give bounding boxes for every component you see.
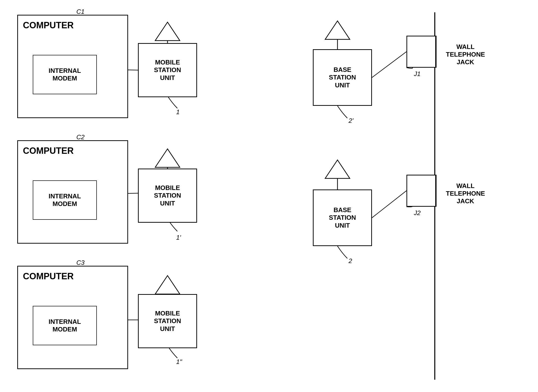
modem-c1: INTERNALMODEM	[33, 55, 97, 94]
diagram: COMPUTER INTERNALMODEM C1 MOBILESTATIONU…	[0, 0, 538, 392]
wall-jack-2-label: WALLTELEPHONEJACK	[446, 182, 485, 205]
computer-c1-label: COMPUTER	[23, 20, 74, 31]
jack-j1	[406, 36, 436, 68]
svg-marker-1	[155, 22, 180, 41]
mobile-station-1: MOBILESTATIONUNIT	[138, 43, 197, 97]
computer-c2-label: COMPUTER	[23, 145, 74, 156]
base-station-2: BASESTATIONUNIT	[313, 189, 372, 246]
modem-c3: INTERNALMODEM	[33, 306, 97, 345]
computer-c2: COMPUTER INTERNALMODEM	[17, 140, 128, 244]
svg-marker-3	[155, 149, 180, 167]
label-c2: C2	[76, 133, 84, 141]
svg-marker-7	[325, 21, 350, 39]
base-station-2p: BASESTATIONUNIT	[313, 49, 372, 106]
computer-c3: COMPUTER INTERNALMODEM	[17, 266, 128, 369]
svg-marker-9	[325, 160, 350, 178]
label-1: 1	[176, 108, 180, 116]
label-c3: C3	[76, 259, 84, 267]
svg-marker-5	[155, 276, 180, 294]
mobile-station-1pp: MOBILESTATIONUNIT	[138, 294, 197, 348]
label-1p: 1'	[176, 234, 181, 241]
label-2p: 2'	[349, 117, 353, 125]
label-1pp: 1"	[176, 358, 182, 366]
computer-c3-label: COMPUTER	[23, 271, 74, 282]
label-j1: J1	[414, 70, 420, 78]
label-j2: J2	[414, 209, 420, 217]
svg-line-15	[372, 191, 406, 218]
label-c1: C1	[76, 8, 84, 16]
svg-line-14	[372, 52, 406, 78]
modem-c2: INTERNALMODEM	[33, 180, 97, 220]
wall-jack-1-label: WALLTELEPHONEJACK	[446, 43, 485, 66]
label-2: 2	[349, 257, 352, 265]
computer-c1: COMPUTER INTERNALMODEM	[17, 15, 128, 118]
mobile-station-1p: MOBILESTATIONUNIT	[138, 169, 197, 223]
jack-j2	[406, 175, 436, 207]
